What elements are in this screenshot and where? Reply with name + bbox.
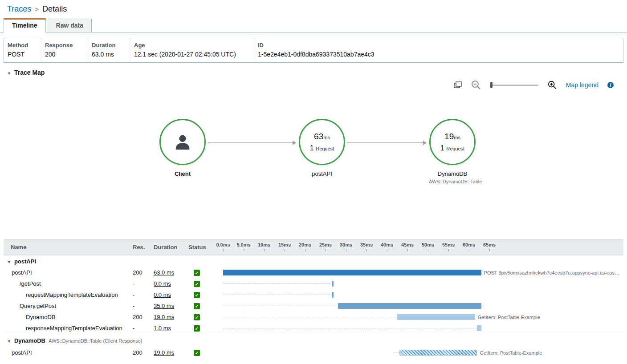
segment-chart [216, 300, 623, 311]
segment-res: - [133, 325, 154, 332]
node-request-label: Request [446, 146, 464, 151]
table-row: responseMappingTemplateEvaluation - 1.0 … [4, 323, 623, 334]
table-row: /getPost - 0.0 ms [4, 278, 623, 289]
summary-header: Method [4, 38, 41, 50]
axis-tick: 5.0ms [236, 242, 250, 247]
summary-header: Age [130, 38, 254, 50]
map-node-dynamodb[interactable]: 19ms 1 Request DynamoDB AWS::DynamoDB::T… [429, 119, 476, 184]
breadcrumb-traces-link[interactable]: Traces [7, 4, 31, 13]
timeline-leader [223, 306, 338, 306]
segment-duration: 63.0 ms [154, 269, 174, 276]
timeline-bar [338, 303, 481, 309]
info-icon[interactable] [607, 82, 614, 88]
time-axis: 0.0ms 5.0ms 10ms 15ms 20ms 25ms 30ms 35m… [216, 239, 623, 255]
person-icon [172, 132, 193, 152]
timeline-header: Name Res. Duration Status 0.0ms 5.0ms 10… [4, 239, 623, 255]
summary-value: 63.0 ms [88, 50, 130, 62]
summary-value: 1-5e2e4eb1-0df8dba693373510ab7ae4c3 [254, 50, 623, 62]
tab-timeline[interactable]: Timeline [4, 18, 46, 32]
client-node-circle[interactable] [159, 119, 206, 165]
trace-summary-table: Method POST Response 200 Duration 63.0 m… [4, 38, 623, 63]
status-ok-icon [194, 350, 200, 356]
column-header-duration: Duration [154, 244, 188, 251]
timeline-bar [332, 281, 334, 287]
segment-name: DynamoDB [4, 314, 133, 320]
breadcrumb-separator: > [35, 5, 39, 13]
timeline-bar [399, 350, 477, 356]
segment-chart [216, 278, 623, 289]
trace-map-section-toggle[interactable]: Trace Map [0, 63, 627, 76]
map-node-postapi[interactable]: 63ms 1 Request postAPI [298, 119, 346, 177]
node-label: DynamoDB [429, 170, 476, 177]
axis-tick: 50ms [422, 242, 434, 247]
map-node-client[interactable]: Client [159, 119, 206, 177]
segment-name: postAPI [4, 349, 133, 356]
axis-tick: 10ms [258, 242, 270, 247]
summary-header: Response [41, 38, 88, 50]
segment-duration: 19.0 ms [154, 314, 174, 320]
group-sublabel: AWS::DynamoDB::Table (Client Response) [49, 338, 142, 344]
node-label: postAPI [298, 170, 346, 177]
axis-tick: 40ms [381, 242, 393, 247]
zoom-out-icon[interactable] [471, 80, 481, 90]
table-row: Query.getPost - 35.0 ms [4, 300, 623, 311]
segment-res: - [133, 303, 154, 309]
timeline-bar [332, 292, 334, 298]
status-ok-icon [194, 281, 200, 287]
node-duration-unit: ms [323, 135, 330, 140]
segment-chart: GetItem: PostTable-Example [216, 311, 623, 323]
node-sublabel: AWS::DynamoDB::Table [429, 179, 476, 184]
table-row: DynamoDB 200 19.0 ms GetItem: PostTable-… [4, 311, 623, 323]
summary-col-duration: Duration 63.0 ms [88, 38, 130, 62]
timeline-group-postapi[interactable]: postAPI [4, 255, 623, 267]
edge-arrow [208, 142, 296, 143]
segment-name: /getPost [4, 280, 133, 287]
group-label: postAPI [14, 258, 36, 265]
segment-chart [216, 323, 623, 334]
edge-arrow [347, 142, 426, 143]
axis-tick: 20ms [299, 242, 311, 247]
status-ok-icon [194, 270, 200, 276]
segment-name: Query.getPost [4, 303, 133, 309]
axis-tick: 60ms [463, 242, 475, 247]
axis-tick: 25ms [319, 242, 332, 247]
bar-annotation: GetItem: PostTable-Example [478, 315, 540, 320]
segment-res: 200 [133, 349, 154, 356]
map-zoom-slider[interactable] [490, 81, 538, 89]
node-duration-unit: ms [454, 135, 460, 140]
trace-map-canvas: Client 63ms 1 Request postAPI 19ms 1 Req… [0, 92, 627, 239]
summary-value: 200 [41, 50, 88, 62]
column-header-name: Name [4, 244, 133, 251]
zoom-in-icon[interactable] [547, 80, 557, 90]
node-duration: 63 [314, 132, 323, 141]
segment-chart [216, 289, 623, 300]
service-node-circle[interactable]: 63ms 1 Request [299, 119, 345, 165]
node-duration: 19 [444, 132, 454, 141]
status-ok-icon [194, 292, 200, 298]
fit-to-window-icon[interactable] [454, 81, 462, 89]
tab-bar: Timeline Raw data [0, 19, 627, 32]
node-request-count: 1 [440, 144, 444, 152]
service-node-circle[interactable]: 19ms 1 Request [429, 119, 476, 165]
segment-duration: 19.0 ms [154, 349, 174, 356]
table-row: requestMappingTemplateEvaluation - 0.0 m… [4, 289, 623, 300]
column-header-res: Res. [133, 244, 154, 251]
summary-value: 12.1 sec (2020-01-27 02:45:05 UTC) [130, 50, 254, 62]
status-ok-icon [194, 314, 200, 320]
segment-duration: 35.0 ms [154, 303, 174, 309]
table-row: postAPI 200 19.0 ms GetItem: PostTable-E… [4, 347, 623, 358]
segment-res: - [133, 280, 154, 287]
timeline-leader [223, 283, 332, 284]
slider-track[interactable] [490, 85, 538, 86]
timeline-group-dynamodb[interactable]: DynamoDB AWS::DynamoDB::Table (Client Re… [4, 334, 623, 347]
slider-handle[interactable] [490, 82, 493, 88]
segment-chart: POST 3pw5omxsazhnhekwh7c4eesb7u.appsync-… [216, 267, 623, 278]
summary-col-response: Response 200 [41, 38, 88, 62]
map-legend-link[interactable]: Map legend [566, 81, 598, 89]
breadcrumb: Traces>Details [0, 0, 627, 14]
timeline-bar [397, 314, 475, 320]
map-controls: Map legend [0, 78, 627, 92]
segment-duration: 0.0 ms [154, 291, 171, 298]
tab-raw-data[interactable]: Raw data [48, 19, 92, 32]
table-row: postAPI 200 63.0 ms POST 3pw5omxsazhnhek… [4, 267, 623, 278]
